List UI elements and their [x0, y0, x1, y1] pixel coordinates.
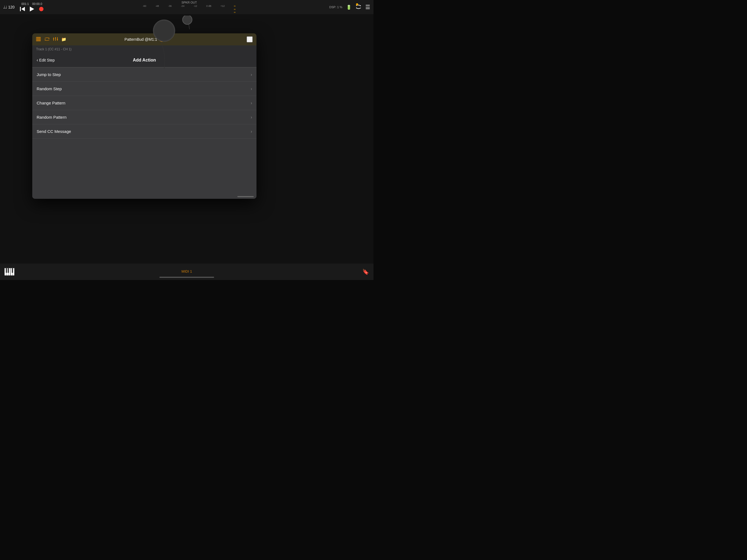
nav-title: Add Action [133, 58, 156, 62]
vu-section: SPKR OUT -60 -48 -36 -24 -12 0 dB +12 ∞ … [49, 1, 329, 14]
battery-icon: 🔋 [346, 5, 352, 10]
action-list: Jump to Step › Random Step › Change Patt… [32, 68, 256, 138]
vu-scale: -60 -48 -36 -24 -12 0 dB +12 ∞ [143, 5, 236, 7]
scrollbar-indicator[interactable] [237, 196, 254, 197]
action-label-random-step: Random Step [36, 86, 62, 91]
skip-back-button[interactable] [19, 6, 26, 12]
back-label: Edit Step [39, 58, 55, 62]
power-button[interactable] [159, 37, 164, 42]
action-label-jump-to-step: Jump to Step [36, 72, 61, 77]
tab-loop-icon[interactable] [44, 37, 50, 42]
tab-folder-icon[interactable]: 📁 [61, 37, 67, 42]
transport-controls [19, 6, 45, 12]
dsp-label: DSP: 1 % [329, 5, 342, 9]
chevron-right-icon-4: › [251, 115, 252, 120]
plugin-window: 📁 PatternBud @M1:1 × Track 1 (CC #11 - C… [32, 33, 256, 199]
midi-label: MIDI 1 [182, 269, 192, 274]
spkr-label: SPKR OUT [182, 1, 197, 4]
tempo-icon: ♩ [3, 5, 5, 9]
action-label-change-pattern: Change Pattern [36, 101, 66, 105]
svg-rect-5 [38, 37, 40, 41]
back-button[interactable]: ‹ Edit Step [36, 58, 55, 62]
plugin-title-bar: 📁 PatternBud @M1:1 × [32, 33, 256, 45]
tempo-section: ♩ ♩ 120 [3, 5, 15, 9]
play-button[interactable] [29, 6, 35, 12]
track-info-text: Track 1 (CC #11 - CH 1) [36, 47, 72, 51]
tempo-value[interactable]: ♩ 120 [5, 5, 15, 9]
action-item-random-step[interactable]: Random Step › [32, 82, 256, 96]
piano-key-black-2 [8, 268, 9, 273]
chevron-right-icon-2: › [251, 86, 252, 91]
main-content: 📁 PatternBud @M1:1 × Track 1 (CC #11 - C… [0, 14, 374, 280]
transport-section: 001:1 00:00.0 [19, 2, 45, 12]
action-item-send-cc[interactable]: Send CC Message › [32, 124, 256, 138]
position-bars: 001:1 [21, 2, 29, 5]
top-right-controls: DSP: 1 % 🔋 ☰ [329, 4, 370, 11]
top-bar: ♩ ♩ 120 001:1 00:00.0 SPKR OUT [0, 0, 374, 14]
close-button[interactable]: × [247, 36, 253, 42]
action-label-random-pattern: Random Pattern [36, 115, 67, 120]
chevron-right-icon-5: › [251, 129, 252, 134]
status-dot [356, 3, 358, 5]
svg-point-12 [55, 37, 56, 39]
piano-keys-button[interactable] [4, 268, 15, 276]
action-item-change-pattern[interactable]: Change Pattern › [32, 96, 256, 110]
svg-rect-4 [37, 37, 38, 41]
svg-point-2 [183, 16, 192, 24]
bookmark-button[interactable]: 🔖 [362, 269, 369, 275]
position-display: 001:1 00:00.0 [21, 2, 42, 5]
chevron-right-icon-3: › [251, 101, 252, 105]
tab-eq-icon[interactable] [53, 37, 58, 42]
record-button[interactable] [38, 6, 45, 12]
bottom-scrollbar[interactable] [159, 277, 214, 278]
svg-point-15 [57, 39, 58, 40]
back-chevron-icon: ‹ [36, 58, 38, 62]
menu-button[interactable]: ☰ [365, 4, 370, 10]
svg-rect-6 [40, 37, 41, 41]
chevron-right-icon-1: › [251, 72, 252, 77]
piano-key-black-1 [6, 268, 7, 273]
svg-point-9 [53, 38, 54, 40]
plugin-tab-icons: 📁 [36, 37, 67, 42]
svg-rect-3 [36, 37, 37, 41]
bottom-bar: MIDI 1 🔖 [0, 263, 374, 280]
action-item-jump-to-step[interactable]: Jump to Step › [32, 68, 256, 82]
plugin-title: PatternBud @M1:1 [124, 37, 164, 42]
empty-content-area [32, 138, 256, 199]
action-item-random-pattern[interactable]: Random Pattern › [32, 110, 256, 124]
track-info-bar: Track 1 (CC #11 - CH 1) [32, 45, 256, 53]
position-time: 00:00.0 [32, 2, 42, 5]
nav-header: ‹ Edit Step Add Action [32, 53, 256, 67]
piano-key-black-3 [12, 268, 13, 273]
vu-meter: -60 -48 -36 -24 -12 0 dB +12 ∞ ∞ ∞ [143, 5, 236, 14]
action-label-send-cc: Send CC Message [36, 129, 71, 134]
tab-piano-icon[interactable] [36, 37, 41, 42]
add-action-panel: ‹ Edit Step Add Action Jump to Step › Ra… [32, 53, 256, 199]
